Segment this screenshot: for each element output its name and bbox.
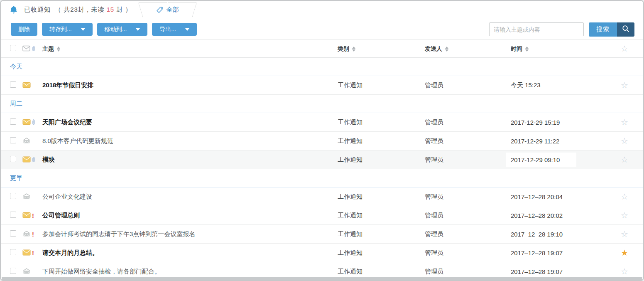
closed-envelope-icon [22, 82, 31, 89]
mail-category: 工作通知 [338, 118, 362, 126]
save-to-label: 转存到... [49, 26, 72, 33]
delete-button-label: 删除 [18, 26, 30, 33]
star-icon[interactable]: ☆ [621, 81, 628, 90]
section-row: 周二 [1, 95, 643, 113]
attachment-icon [31, 45, 35, 52]
star-icon[interactable]: ☆ [621, 267, 628, 276]
mail-time: 2017-12-29 09:10 [506, 153, 576, 167]
move-to-dropdown-button[interactable]: 移动到... [97, 23, 148, 36]
count-prefix: （ [55, 6, 64, 13]
open-envelope-icon [22, 193, 31, 200]
mail-row[interactable]: ! 公司企业文化建设 工作通知 管理员 2017–12–28 20:04 ☆ [1, 187, 643, 206]
star-icon[interactable]: ★ [621, 248, 628, 257]
mail-subject[interactable]: 请交本月的月总结。 [42, 249, 98, 256]
select-all-checkbox[interactable] [10, 45, 16, 51]
mail-row[interactable]: ! 8.0版本客户代码更新规范 工作通知 管理员 2017-12-29 11:2… [1, 132, 643, 150]
mail-count: （ 共23封 , 未读 15 封 ） [55, 6, 132, 14]
table-header-row: 主题 类别 发送人 时间 ☆ [1, 40, 643, 58]
search-box: 搜索 [489, 22, 634, 37]
search-button-label: 搜索 [596, 25, 610, 32]
mail-subject[interactable]: 下周开始做网络安全抽检，请各部门配合。 [42, 268, 161, 275]
search-icon-button[interactable] [617, 22, 634, 37]
column-header-time[interactable]: 时间 [511, 45, 529, 53]
column-header-sender[interactable]: 发送人 [425, 45, 448, 53]
open-envelope-icon [22, 231, 31, 237]
section-row: 今天 [1, 58, 643, 76]
row-checkbox[interactable] [10, 230, 16, 237]
star-icon[interactable]: ☆ [621, 211, 628, 220]
closed-envelope-icon [22, 249, 31, 256]
mail-subject[interactable]: 公司企业文化建设 [42, 193, 92, 200]
mail-category: 工作通知 [338, 81, 362, 89]
mail-category: 工作通知 [338, 268, 362, 275]
column-header-subject-label: 主题 [42, 45, 54, 53]
delete-button[interactable]: 删除 [11, 23, 37, 36]
mail-row[interactable]: ! 公司管理总则 工作通知 管理员 2017–12–28 20:02 ☆ [1, 206, 643, 225]
count-total: 共23封 [64, 6, 85, 14]
sort-icon [445, 47, 448, 52]
star-icon[interactable]: ☆ [621, 192, 628, 201]
count-unread: 15 [107, 6, 115, 13]
mail-time: 2017–12–28 20:04 [511, 193, 563, 200]
mail-sender: 管理员 [425, 212, 443, 219]
star-icon[interactable]: ☆ [621, 118, 628, 127]
mail-subject[interactable]: 参加会计师考试的同志请于下午3点钟到第一会议室报名 [42, 230, 195, 237]
chevron-down-icon [136, 28, 140, 31]
column-header-time-label: 时间 [511, 45, 522, 53]
move-to-label: 移动到... [105, 26, 127, 33]
star-icon[interactable]: ☆ [621, 155, 628, 164]
search-button[interactable]: 搜索 [589, 22, 617, 37]
star-icon[interactable]: ☆ [621, 136, 628, 145]
mail-row[interactable]: ! 模块 工作通知 管理员 2017-12-29 09:10 ☆ [1, 150, 643, 169]
count-suffix: 封 ） [114, 6, 132, 13]
row-checkbox[interactable] [10, 81, 16, 88]
envelope-icon [22, 45, 31, 52]
closed-envelope-icon [22, 212, 31, 219]
column-header-subject[interactable]: 主题 [42, 45, 60, 53]
sort-icon [57, 47, 60, 52]
row-checkbox[interactable] [10, 268, 16, 274]
mail-time: 今天 15:23 [511, 81, 541, 89]
mail-row[interactable]: ! 参加会计师考试的同志请于下午3点钟到第一会议室报名 工作通知 管理员 201… [1, 225, 643, 244]
closed-envelope-icon [22, 156, 31, 163]
row-status-icons: ! [22, 156, 42, 163]
star-icon[interactable]: ☆ [621, 229, 628, 239]
chevron-down-icon [185, 28, 189, 31]
mail-subject[interactable]: 2018年节假日安排 [42, 81, 93, 89]
save-to-dropdown-button[interactable]: 转存到... [42, 23, 93, 36]
mail-sender: 管理员 [425, 230, 443, 237]
mail-subject[interactable]: 模块 [42, 156, 55, 163]
row-checkbox[interactable] [10, 137, 16, 143]
mail-subject[interactable]: 8.0版本客户代码更新规范 [42, 137, 113, 144]
mail-time: 2017–12–28 19:07 [511, 268, 563, 275]
mail-subject[interactable]: 公司管理总则 [42, 212, 80, 219]
mail-category: 工作通知 [338, 137, 362, 144]
mail-sender: 管理员 [425, 118, 443, 126]
tab-all[interactable]: 全部 [144, 2, 191, 17]
row-checkbox[interactable] [10, 118, 16, 125]
count-middle: , 未读 [85, 6, 107, 13]
mail-row[interactable]: ! 天阳广场会议纪要 工作通知 管理员 2017-12-29 15:19 ☆ [1, 113, 643, 132]
row-status-icons: ! [22, 249, 42, 256]
mail-subject[interactable]: 天阳广场会议纪要 [42, 118, 92, 126]
column-header-category-label: 类别 [338, 45, 349, 53]
section-label: 更早 [10, 174, 22, 182]
row-checkbox[interactable] [10, 212, 16, 218]
mail-row[interactable]: ! 2018年节假日安排 工作通知 管理员 今天 15:23 ☆ [1, 76, 643, 95]
row-checkbox[interactable] [10, 156, 16, 162]
important-icon: ! [32, 231, 34, 238]
search-input[interactable] [489, 22, 584, 36]
row-checkbox[interactable] [10, 193, 16, 199]
column-header-category[interactable]: 类别 [338, 45, 355, 53]
attachment-icon [31, 156, 35, 163]
row-checkbox[interactable] [10, 249, 16, 255]
horizontal-scrollbar[interactable] [2, 277, 642, 280]
mail-category: 工作通知 [338, 193, 362, 200]
row-status-icons: ! [22, 193, 42, 200]
mail-row[interactable]: ! 请交本月的月总结。 工作通知 管理员 2017–12–28 19:07 ★ [1, 244, 643, 262]
row-status-icons: ! [22, 138, 42, 144]
search-icon [622, 25, 630, 34]
bell-icon [9, 5, 18, 14]
row-status-icons: ! [22, 82, 42, 89]
export-dropdown-button[interactable]: 导出... [152, 23, 197, 36]
